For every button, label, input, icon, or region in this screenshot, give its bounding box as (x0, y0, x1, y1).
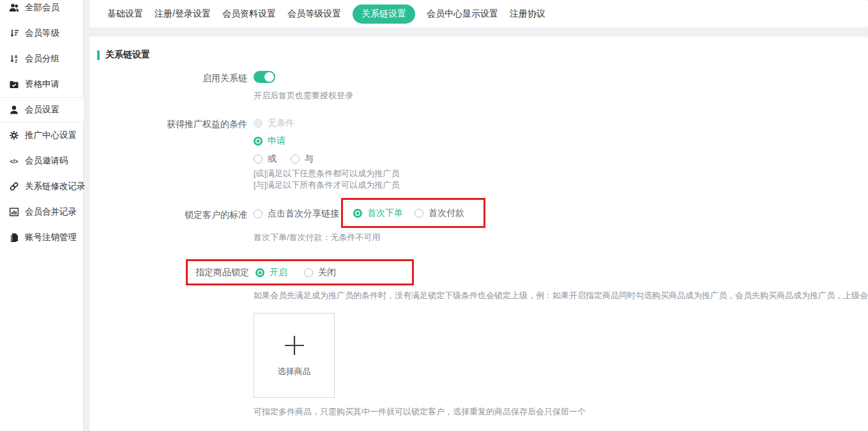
radio-dot (254, 119, 263, 128)
radio-no-condition[interactable]: 无条件 (254, 117, 294, 129)
product-lock-label: 指定商品锁定 (188, 267, 249, 278)
section-title: 关系链设置 (105, 49, 150, 61)
file-icon (9, 232, 19, 243)
sidebar-item-member-settings[interactable]: 会员设置 (0, 97, 84, 123)
sort-alpha-icon: AZ (9, 54, 19, 64)
red-annotation-box-product-lock: 指定商品锁定 开启 关闭 (186, 259, 414, 285)
user-icon (9, 105, 19, 115)
sidebar-item-label: 关系链修改记录 (25, 181, 86, 192)
enable-chain-hint: 开启后首页也需要授权登录 (254, 90, 353, 102)
section-header: 关系链设置 (97, 49, 150, 61)
enable-chain-label: 启用关系链 (89, 72, 247, 84)
promo-condition-hint-or: [或]满足以下任意条件都可以成为推广员 (254, 168, 399, 179)
sidebar-item-label: 资格申请 (25, 79, 59, 90)
promo-condition-option-none-row: 无条件 (254, 117, 294, 129)
lock-standard-hint: 首次下单/首次付款：无条件不可用 (254, 232, 381, 243)
sidebar-item-label: 会员邀请码 (25, 155, 68, 167)
tab-member-level-settings[interactable]: 会员等级设置 (287, 4, 341, 24)
users-icon (9, 3, 19, 13)
radio-dot (254, 209, 263, 218)
sidebar-item-chain-log[interactable]: 关系链修改记录 (0, 174, 83, 199)
main-area: 基础设置 注册/登录设置 会员资料设置 会员等级设置 关系链设置 会员中心显示设… (84, 0, 868, 431)
radio-or[interactable]: 或 (254, 153, 277, 165)
radio-product-lock-off[interactable]: 关闭 (304, 267, 336, 278)
sidebar-item-promotion-center[interactable]: 推广中心设置 (0, 123, 83, 148)
tab-register-login-settings[interactable]: 注册/登录设置 (155, 4, 211, 24)
tab-member-center-display-settings[interactable]: 会员中心显示设置 (427, 4, 498, 24)
radio-first-payment[interactable]: 首次付款 (415, 208, 464, 219)
sidebar-item-label: 账号注销管理 (25, 232, 77, 243)
tab-register-agreement[interactable]: 注册协议 (510, 4, 545, 24)
promo-condition-label: 获得推广权益的条件 (89, 117, 247, 130)
lock-standard-label: 锁定客户的标准 (89, 208, 247, 221)
radio-and[interactable]: 与 (291, 153, 314, 165)
enable-chain-toggle[interactable] (254, 71, 275, 83)
folder-check-icon (9, 79, 19, 89)
tab-relation-chain-settings[interactable]: 关系链设置 (353, 4, 415, 24)
sidebar-item-member-group[interactable]: AZ 会员分组 (0, 46, 83, 72)
product-lock-hint: 如果会员先满足成为推广员的条件时，没有满足锁定下级条件也会锁定上级，例：如果开启… (254, 290, 868, 301)
radio-dot (415, 209, 423, 218)
svg-text:</>: </> (10, 158, 18, 165)
radio-dot (353, 209, 362, 218)
link-icon (9, 181, 19, 192)
product-picker-hint: 可指定多件商品，只需购买其中一件就可以锁定客户，选择重复的商品保存后会只保留一个 (254, 406, 586, 418)
radio-dot (254, 137, 263, 146)
red-annotation-box-lock-options: 首次下单 首次付款 (341, 198, 485, 228)
radio-product-lock-on[interactable]: 开启 (255, 267, 287, 278)
gear-icon (9, 130, 19, 140)
promo-condition-hint-and: [与]满足以下所有条件才可以成为推广员 (254, 179, 399, 191)
relation-chain-settings-panel: 关系链设置 启用关系链 开启后首页也需要授权登录 获得推广权益的条件 无条件 申… (89, 36, 868, 431)
code-icon: </> (9, 156, 19, 166)
radio-first-share-link[interactable]: 点击首次分享链接 (254, 208, 339, 220)
svg-text:A: A (15, 54, 18, 59)
sidebar-item-invite-code[interactable]: </> 会员邀请码 (0, 148, 83, 174)
sidebar-item-label: 会员分组 (25, 53, 59, 64)
select-product-button[interactable]: 选择商品 (254, 313, 335, 398)
svg-text:Z: Z (15, 59, 17, 63)
sidebar-nav: 全部会员 会员等级 AZ 会员分组 资格申请 会员设置 (0, 0, 83, 250)
radio-first-order[interactable]: 首次下单 (353, 208, 403, 219)
promo-condition-option-apply-row: 申请 (254, 135, 286, 147)
section-accent-bar (97, 50, 100, 60)
sort-amount-icon (9, 28, 19, 38)
select-product-label: 选择商品 (278, 366, 311, 377)
sidebar-item-label: 会员设置 (25, 104, 59, 116)
tab-basic-settings[interactable]: 基础设置 (107, 4, 143, 24)
bar-chart-icon (9, 207, 19, 217)
sidebar-item-label: 会员等级 (25, 27, 59, 39)
sidebar-item-merge-log[interactable]: 会员合并记录 (0, 199, 83, 225)
sidebar-item-label: 推广中心设置 (25, 130, 77, 141)
radio-dot (304, 268, 313, 277)
tab-member-profile-settings[interactable]: 会员资料设置 (222, 4, 276, 24)
sidebar: 全部会员 会员等级 AZ 会员分组 资格申请 会员设置 (0, 0, 84, 431)
plus-icon (283, 334, 306, 357)
radio-dot (255, 268, 264, 277)
radio-dot (254, 155, 263, 163)
sidebar-item-all-members[interactable]: 全部会员 (0, 0, 83, 20)
radio-apply[interactable]: 申请 (254, 135, 286, 147)
sidebar-item-qualification[interactable]: 资格申请 (0, 72, 83, 97)
sidebar-item-account-cancel[interactable]: 账号注销管理 (0, 225, 83, 250)
radio-dot (291, 155, 300, 163)
lock-first-share-row: 点击首次分享链接 (254, 208, 339, 220)
sidebar-item-label: 会员合并记录 (25, 206, 77, 218)
settings-tabbar: 基础设置 注册/登录设置 会员资料设置 会员等级设置 关系链设置 会员中心显示设… (89, 0, 868, 27)
promo-condition-or-and-row: 或 与 (254, 153, 314, 165)
sidebar-item-label: 全部会员 (25, 2, 59, 13)
sidebar-item-member-level[interactable]: 会员等级 (0, 20, 83, 46)
